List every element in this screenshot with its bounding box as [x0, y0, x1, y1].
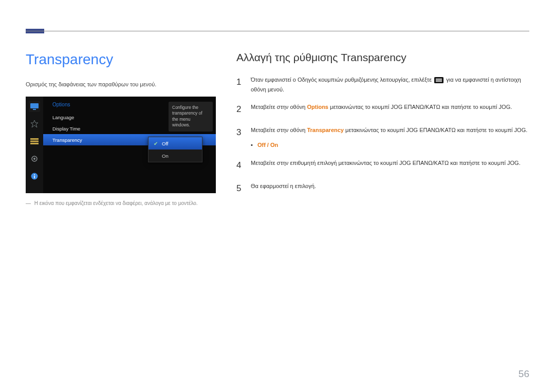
step-text: Μεταβείτε στην οθόνη	[251, 127, 307, 133]
step-text: Όταν εμφανιστεί ο Οδηγός κουμπιών ρυθμιζ…	[251, 77, 433, 83]
menu-icon	[434, 77, 443, 83]
header-rule	[26, 31, 529, 31]
step-4: 4 Μεταβείτε στην επιθυμητή επιλογή μετακ…	[236, 158, 529, 173]
step-body: Θα εφαρμοστεί η επιλογή.	[251, 181, 529, 196]
check-icon: ✔	[154, 141, 159, 146]
osd-popup-item-off: ✔ Off	[149, 137, 202, 150]
osd-row-label: Display Time	[52, 126, 181, 132]
step-number: 4	[236, 158, 243, 173]
svg-rect-4	[30, 141, 39, 142]
step-number: 5	[236, 181, 243, 196]
svg-marker-2	[31, 120, 38, 127]
svg-rect-3	[30, 138, 39, 140]
step-number: 3	[236, 125, 243, 150]
svg-rect-12	[436, 79, 442, 79]
osd-sidebar	[26, 97, 43, 193]
right-column: Αλλαγή της ρύθμισης Transparency 1 Όταν …	[236, 51, 529, 206]
left-column: Transparency Ορισμός της διαφάνειας των …	[26, 51, 216, 206]
svg-rect-10	[34, 174, 35, 175]
highlight-options: Options	[307, 104, 328, 110]
svg-rect-0	[30, 103, 39, 108]
osd-tooltip: Configure the transparency of the menu w…	[169, 102, 213, 132]
step-number: 2	[236, 102, 243, 117]
step-5: 5 Θα εφαρμοστεί η επιλογή.	[236, 181, 529, 196]
step-text: Μεταβείτε στην οθόνη	[251, 104, 307, 110]
step-1: 1 Όταν εμφανιστεί ο Οδηγός κουμπιών ρυθμ…	[236, 75, 529, 94]
step-3: 3 Μεταβείτε στην οθόνη Transparency μετα…	[236, 125, 529, 150]
section-description: Ορισμός της διαφάνειας των παραθύρων του…	[26, 81, 216, 87]
step-text: μετακινώντας το κουμπί JOG ΕΠΑΝΩ/ΚΑΤΩ κα…	[345, 127, 527, 133]
star-icon	[29, 118, 40, 129]
osd-screenshot: Options Language English Display Time Tr…	[26, 97, 216, 193]
note-dash: ―	[26, 200, 31, 206]
osd-popup-label: Off	[162, 141, 169, 146]
step-body: Όταν εμφανιστεί ο Οδηγός κουμπιών ρυθμιζ…	[251, 75, 529, 94]
step-body: Μεταβείτε στην οθόνη Transparency μετακι…	[251, 125, 529, 150]
step-body: Μεταβείτε στην επιθυμητή επιλογή μετακιν…	[251, 158, 529, 173]
svg-rect-14	[436, 81, 442, 82]
gear-icon	[29, 153, 40, 164]
osd-row-label: Language	[52, 115, 181, 120]
step-2: 2 Μεταβείτε στην οθόνη Options μετακινών…	[236, 102, 529, 117]
page-content: Transparency Ορισμός της διαφάνειας των …	[26, 51, 529, 206]
osd-body: Options Language English Display Time Tr…	[43, 97, 216, 193]
step-sub-bullet: • Off / On	[251, 140, 529, 150]
osd-popup-item-on: On	[149, 150, 202, 162]
osd-popup-label: On	[162, 153, 169, 159]
highlight-off-on: Off / On	[257, 142, 278, 148]
image-note: ― Η εικόνα που εμφανίζεται ενδέχεται να …	[26, 200, 216, 206]
instructions-title: Αλλαγή της ρύθμισης Transparency	[236, 51, 529, 64]
step-text: μετακινώντας το κουμπί JOG ΕΠΑΝΩ/ΚΑΤΩ κα…	[330, 104, 512, 110]
steps-list: 1 Όταν εμφανιστεί ο Οδηγός κουμπιών ρυθμ…	[236, 75, 529, 196]
step-body: Μεταβείτε στην οθόνη Options μετακινώντα…	[251, 102, 529, 117]
osd-popup: ✔ Off On	[148, 137, 202, 162]
note-text: Η εικόνα που εμφανίζεται ενδέχεται να δι…	[34, 200, 198, 206]
svg-rect-13	[436, 80, 442, 80]
svg-rect-5	[30, 143, 39, 144]
step-text: Μεταβείτε στην επιθυμητή επιλογή μετακιν…	[251, 160, 521, 166]
step-number: 1	[236, 75, 243, 94]
svg-rect-9	[34, 176, 35, 178]
section-title: Transparency	[26, 51, 216, 68]
highlight-transparency: Transparency	[307, 127, 344, 133]
monitor-icon	[29, 101, 40, 112]
svg-rect-1	[33, 109, 36, 110]
list-icon	[29, 136, 40, 147]
bullet-dot: •	[251, 142, 253, 148]
page-number: 56	[519, 368, 529, 380]
info-icon	[29, 171, 40, 182]
step-text: Θα εφαρμοστεί η επιλογή.	[251, 183, 316, 189]
svg-point-7	[33, 158, 35, 160]
